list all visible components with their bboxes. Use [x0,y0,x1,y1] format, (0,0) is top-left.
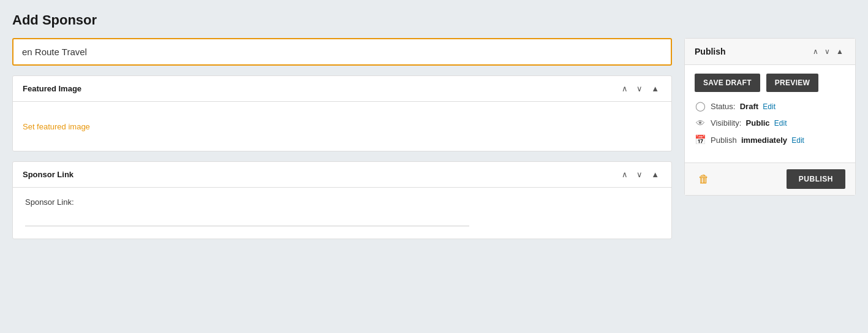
visibility-row: 👁 Visibility: Public Edit [695,118,845,128]
visibility-label: Visibility: [711,118,741,128]
trash-icon: 🗑 [698,173,709,185]
publish-actions: SAVE DRAFT PREVIEW [695,74,845,92]
featured-image-title: Featured Image [23,84,81,93]
status-edit-link[interactable]: Edit [763,102,776,111]
featured-image-panel-header: Featured Image ∧ ∨ ▲ [13,76,671,102]
publish-meta: ◯ Status: Draft Edit 👁 Visibility: Publi… [695,101,845,145]
status-row: ◯ Status: Draft Edit [695,101,845,112]
sponsor-link-down-btn[interactable]: ∨ [634,169,645,180]
visibility-value: Public [746,118,770,128]
save-draft-button[interactable]: SAVE DRAFT [695,74,760,92]
sponsor-link-panel: Sponsor Link ∧ ∨ ▲ Sponsor Link: [12,161,672,239]
publish-footer: 🗑 PUBLISH [685,163,855,195]
sponsor-link-label: Sponsor Link: [25,197,659,207]
sponsor-link-collapse-btn[interactable]: ▲ [649,169,662,180]
featured-image-collapse-btn[interactable]: ▲ [649,83,662,94]
delete-button[interactable]: 🗑 [695,172,713,187]
featured-image-controls: ∧ ∨ ▲ [619,83,662,94]
publish-button[interactable]: PUBLISH [787,169,845,189]
main-layout: Featured Image ∧ ∨ ▲ Set featured image … [12,38,856,239]
visibility-edit-link[interactable]: Edit [774,119,787,128]
publish-panel: Publish ∧ ∨ ▲ SAVE DRAFT PREVIEW ◯ [684,38,856,196]
sponsor-link-input[interactable] [25,212,469,226]
content-area: Featured Image ∧ ∨ ▲ Set featured image … [12,38,672,239]
calendar-icon: 📅 [695,134,706,145]
sponsor-link-controls: ∧ ∨ ▲ [619,169,662,180]
featured-image-down-btn[interactable]: ∨ [634,83,645,94]
visibility-text: Visibility: Public Edit [711,118,787,128]
publish-time-text: Publish immediately Edit [711,136,804,145]
set-featured-image-link[interactable]: Set featured image [23,122,90,131]
publish-panel-header: Publish ∧ ∨ ▲ [685,39,855,65]
sidebar: Publish ∧ ∨ ▲ SAVE DRAFT PREVIEW ◯ [684,38,856,196]
page-title: Add Sponsor [12,12,856,28]
sponsor-link-up-btn[interactable]: ∧ [619,169,630,180]
visibility-icon: 👁 [695,118,706,128]
featured-image-up-btn[interactable]: ∧ [619,83,630,94]
preview-button[interactable]: PREVIEW [766,74,818,92]
publish-time-edit-link[interactable]: Edit [791,136,804,145]
publish-when-label: Publish [711,136,737,145]
sponsor-link-panel-header: Sponsor Link ∧ ∨ ▲ [13,162,671,188]
sponsor-link-title: Sponsor Link [23,170,74,179]
sponsor-link-body: Sponsor Link: [13,188,671,239]
featured-image-panel: Featured Image ∧ ∨ ▲ Set featured image [12,75,672,151]
publish-body: SAVE DRAFT PREVIEW ◯ Status: Draft Edit [685,65,855,163]
status-text: Status: Draft Edit [711,102,776,111]
publish-panel-title: Publish [695,47,726,56]
publish-header-controls: ∧ ∨ ▲ [811,46,845,57]
status-icon: ◯ [695,101,706,112]
publish-when-value: immediately [741,136,787,145]
publish-collapse-down-btn[interactable]: ∨ [823,46,832,57]
publish-time-row: 📅 Publish immediately Edit [695,134,845,145]
publish-collapse-up-btn[interactable]: ∧ [811,46,820,57]
publish-collapse-btn[interactable]: ▲ [834,46,845,57]
status-label: Status: [711,102,735,111]
status-value: Draft [740,102,758,111]
sponsor-title-input[interactable] [12,38,672,66]
featured-image-body: Set featured image [13,102,671,151]
